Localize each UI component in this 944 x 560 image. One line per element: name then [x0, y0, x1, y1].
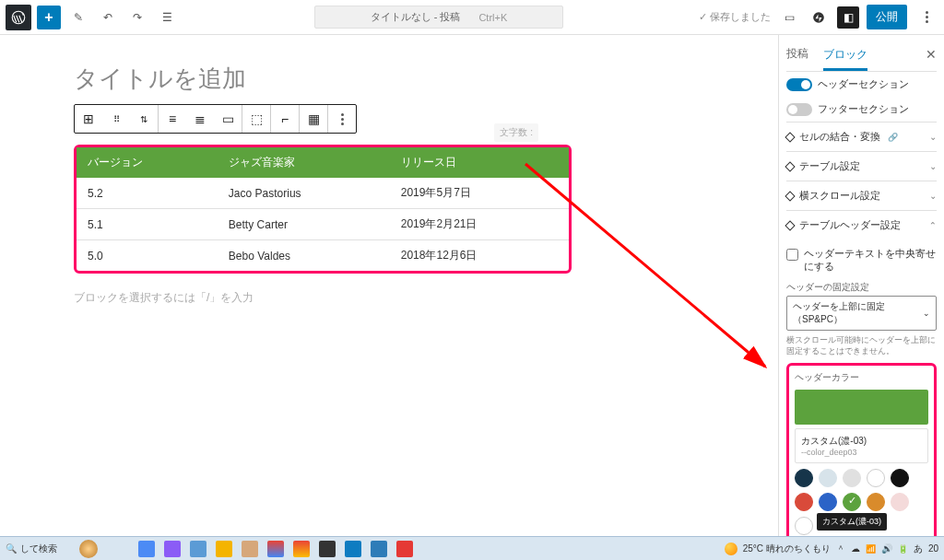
footer-section-toggle-row: フッターセクション: [786, 97, 937, 122]
table-row[interactable]: 5.2 Jaco Pastorius 2019年5月7日: [77, 178, 569, 209]
color-swatch[interactable]: [819, 469, 837, 487]
move-icon[interactable]: ⇅: [130, 105, 158, 133]
redo-icon[interactable]: ↷: [125, 6, 149, 29]
sidebar-tabs: 投稿 ブロック ✕: [786, 41, 937, 72]
footer-section-label: フッターセクション: [818, 102, 909, 116]
ime-indicator[interactable]: あ: [914, 542, 923, 555]
color-swatch[interactable]: [795, 517, 813, 535]
color-swatches: カスタム(濃-03): [795, 469, 928, 535]
taskbar-clock[interactable]: 20: [928, 543, 938, 554]
color-token: --color_deep03: [801, 448, 922, 457]
app-icon[interactable]: [164, 541, 181, 557]
publish-button[interactable]: 公開: [867, 5, 907, 29]
tray-battery-icon[interactable]: 🔋: [898, 544, 908, 554]
jetpack-icon[interactable]: [808, 6, 830, 29]
document-title-text: タイトルなし - 投稿: [371, 10, 461, 24]
color-swatch[interactable]: [819, 493, 837, 511]
chevron-down-icon: ⌄: [929, 161, 937, 171]
editor-canvas[interactable]: タイトルを追加 文字数 : ⊞ ⠿ ⇅ ≡ ≣ ▭ ⬚ ⌐ ▦: [0, 35, 778, 536]
windows-taskbar: 🔍 して検索 25°C 晴れのちくもり ＾ ☁ 📶 🔊 🔋 あ 20: [0, 536, 944, 560]
panel-hscroll-settings[interactable]: 横スクロール設定 ⌄: [786, 181, 937, 210]
explorer-icon[interactable]: [216, 541, 232, 557]
app-icon[interactable]: [242, 541, 258, 557]
document-title-field[interactable]: タイトルなし - 投稿 Ctrl+K: [314, 6, 563, 29]
swatch-tooltip: カスタム(濃-03): [817, 513, 887, 531]
header-color-preview[interactable]: [795, 390, 928, 425]
tray-chevron-icon[interactable]: ＾: [836, 542, 845, 555]
app-icon[interactable]: [319, 541, 336, 557]
footer-section-toggle[interactable]: [786, 103, 812, 116]
panel-cell-merge[interactable]: セルの結合・変換 🔗 ⌄: [786, 122, 937, 151]
undo-icon[interactable]: ↶: [96, 6, 120, 29]
align-wide-icon[interactable]: ▭: [214, 105, 242, 133]
chevron-down-icon: ⌄: [923, 309, 930, 318]
taskbar-search[interactable]: 🔍 して検索: [6, 542, 57, 555]
app-icon[interactable]: [371, 541, 387, 557]
table-edit-icon[interactable]: ▦: [300, 105, 327, 133]
color-swatch[interactable]: [843, 493, 861, 511]
center-header-checkbox-row: ヘッダーテキストを中央寄せにする: [786, 243, 937, 277]
saved-status: ✓ 保存しました: [699, 10, 771, 24]
color-info-card: カスタム(濃-03) --color_deep03: [795, 428, 928, 463]
fix-header-select[interactable]: ヘッダーを上部に固定（SP&PC） ⌄: [786, 296, 937, 331]
chrome-icon[interactable]: [267, 541, 284, 557]
color-swatch[interactable]: [867, 469, 885, 487]
block-type-icon[interactable]: ⊞: [75, 105, 102, 133]
edge-icon[interactable]: [345, 541, 361, 557]
block-toolbar: ⊞ ⠿ ⇅ ≡ ≣ ▭ ⬚ ⌐ ▦: [74, 104, 357, 134]
th-musician[interactable]: ジャズ音楽家: [218, 147, 390, 178]
link-icon: 🔗: [888, 133, 898, 142]
align-center-icon[interactable]: ≣: [186, 105, 214, 133]
cortana-icon[interactable]: [79, 540, 98, 558]
app-icon[interactable]: [293, 541, 310, 557]
color-swatch[interactable]: [891, 469, 909, 487]
tray-volume-icon[interactable]: 🔊: [881, 543, 892, 554]
weather-icon[interactable]: [725, 542, 738, 555]
align-left-icon[interactable]: ≡: [159, 105, 186, 133]
chevron-down-icon: ⌄: [929, 132, 937, 142]
app-icon[interactable]: [396, 541, 413, 557]
th-version[interactable]: バージョン: [77, 147, 218, 178]
view-icon[interactable]: ▭: [778, 6, 800, 29]
tab-block[interactable]: ブロック: [823, 41, 867, 71]
drag-handle-icon[interactable]: ⠿: [102, 105, 130, 133]
close-sidebar-icon[interactable]: ✕: [926, 47, 937, 62]
post-title-input[interactable]: タイトルを追加: [74, 63, 704, 95]
edit-mode-icon[interactable]: ✎: [66, 6, 90, 29]
top-bar: + ✎ ↶ ↷ ☰ タイトルなし - 投稿 Ctrl+K ✓ 保存しました ▭ …: [0, 0, 944, 35]
tray-wifi-icon[interactable]: 📶: [866, 544, 876, 554]
color-swatch[interactable]: [795, 469, 813, 487]
more-options-icon[interactable]: [914, 6, 938, 29]
app-icon[interactable]: [190, 541, 206, 557]
search-icon: 🔍: [6, 543, 17, 554]
tray-cloud-icon[interactable]: ☁: [851, 543, 860, 554]
more-block-options-icon[interactable]: [328, 105, 356, 133]
table-row[interactable]: 5.0 Bebo Valdes 2018年12月6日: [77, 240, 569, 272]
table-header-row[interactable]: バージョン ジャズ音楽家 リリース日: [77, 147, 569, 178]
caption-icon[interactable]: ⌐: [271, 105, 299, 133]
panel-table-header[interactable]: テーブルヘッダー設定 ⌄: [786, 210, 937, 239]
data-table[interactable]: バージョン ジャズ音楽家 リリース日 5.2 Jaco Pastorius 20…: [77, 147, 569, 271]
color-swatch[interactable]: [843, 469, 861, 487]
settings-sidebar-toggle[interactable]: ◧: [837, 6, 859, 29]
color-swatch[interactable]: [867, 493, 885, 511]
sidebar-scrollbar[interactable]: [778, 35, 779, 536]
weather-text[interactable]: 25°C 晴れのちくもり: [743, 542, 831, 555]
diamond-icon: [785, 191, 795, 201]
header-section-toggle[interactable]: [786, 78, 812, 91]
document-outline-icon[interactable]: ☰: [155, 6, 179, 29]
fix-header-label: ヘッダーの固定設定: [786, 277, 937, 296]
settings-sidebar: 投稿 ブロック ✕ ヘッダーセクション フッターセクション セルの結合・変換 🔗…: [778, 35, 944, 536]
app-icon[interactable]: [138, 541, 155, 557]
wordpress-logo-icon[interactable]: [6, 5, 31, 30]
panel-table-settings[interactable]: テーブル設定 ⌄: [786, 151, 937, 181]
table-row[interactable]: 5.1 Betty Carter 2019年2月21日: [77, 209, 569, 240]
header-color-section-highlight: ヘッダーカラー カスタム(濃-03) --color_deep03 カスタム(濃…: [786, 363, 937, 536]
color-swatch[interactable]: [891, 493, 909, 511]
add-block-button[interactable]: +: [37, 6, 61, 29]
cell-style-icon[interactable]: ⬚: [242, 105, 270, 133]
tab-post[interactable]: 投稿: [786, 41, 808, 67]
color-swatch[interactable]: [795, 493, 813, 511]
diamond-icon: [785, 220, 795, 230]
center-header-checkbox[interactable]: [786, 249, 798, 261]
